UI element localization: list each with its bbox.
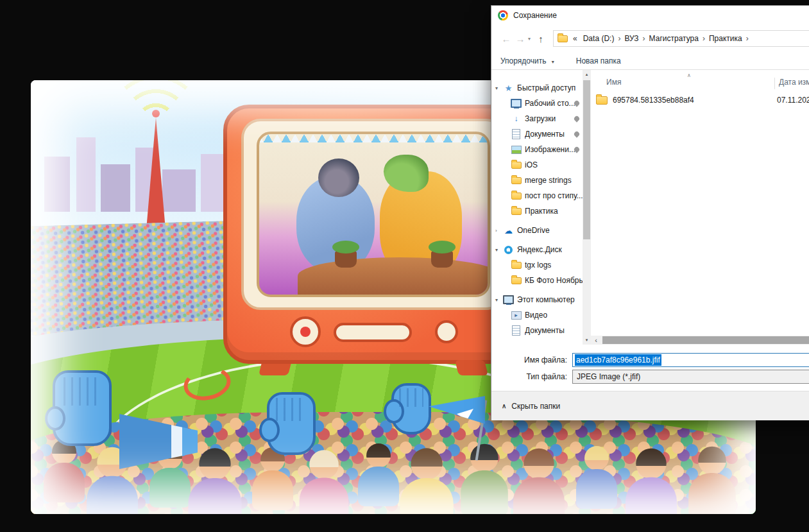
list-header: ∧ Имя Дата изме — [591, 75, 809, 89]
column-header-date[interactable]: Дата изме — [774, 78, 809, 89]
pin-icon — [573, 130, 580, 137]
history-caret-icon[interactable]: ▾ — [528, 36, 531, 42]
scroll-left-icon[interactable]: ‹ — [591, 336, 601, 345]
sort-ascending-icon: ∧ — [687, 73, 691, 78]
up-button[interactable]: ↑ — [534, 33, 548, 44]
caret-down-icon: ▾ — [552, 59, 554, 65]
filename-input[interactable]: aed1cb7af8c96e961b.jfif — [572, 353, 809, 367]
desktop: Сохранение ← → ▾ ↑ « Data (D:) › ВУЗ › М… — [0, 0, 809, 532]
expander-icon[interactable]: ▾ — [495, 297, 503, 303]
filename-label: Имя файла: — [491, 356, 572, 365]
address-bar[interactable]: « Data (D:) › ВУЗ › Магистратура › Практ… — [553, 30, 809, 47]
chevron-up-icon: ∧ — [502, 402, 506, 409]
scrollbar-thumb[interactable] — [583, 80, 590, 239]
sidebar-item-video[interactable]: Видео — [491, 307, 583, 323]
sidebar-item-pictures[interactable]: Изображени... — [491, 142, 583, 157]
folder-icon — [558, 35, 568, 42]
desktop-icon — [511, 98, 522, 108]
dialog-footer: ∧ Скрыть папки — [491, 391, 809, 420]
sidebar-item-quick-access[interactable]: ▾ ★ Быстрый доступ — [491, 80, 583, 96]
onedrive-icon: ☁ — [503, 225, 514, 236]
sidebar-item-downloads[interactable]: ↓ Загрузки — [491, 111, 583, 126]
breadcrumb-item[interactable]: ВУЗ — [621, 34, 642, 43]
tv-knob-right — [435, 320, 458, 343]
command-bar: Упорядочить ▾ Новая папка — [491, 52, 809, 70]
crowd-person — [626, 449, 677, 514]
star-icon: ★ — [503, 83, 514, 93]
file-date: 07.11.2020 — [772, 96, 809, 105]
folder-icon — [596, 96, 608, 105]
document-icon — [511, 129, 522, 139]
sidebar-item-onedrive[interactable]: › ☁ OneDrive — [491, 223, 583, 238]
folder-icon — [511, 260, 522, 270]
navigation-row: ← → ▾ ↑ « Data (D:) › ВУЗ › Магистратура… — [491, 25, 809, 52]
breadcrumb-item[interactable]: Data (D:) — [580, 34, 618, 43]
pin-icon — [573, 115, 580, 122]
expander-icon[interactable]: ▾ — [495, 85, 503, 91]
document-icon — [511, 325, 522, 336]
hide-folders-button[interactable]: ∧ Скрыть папки — [502, 402, 560, 411]
folder-icon — [511, 275, 522, 286]
filetype-select[interactable]: JPEG Image (*.jfif) — [572, 370, 809, 384]
sidebar-item-documents[interactable]: Документы — [491, 126, 583, 142]
hide-folders-label: Скрыть папки — [511, 402, 560, 411]
sidebar-item-kb-foto-noyabr[interactable]: КБ Фото Ноябрь — [491, 273, 583, 288]
sidebar-item-desktop[interactable]: Рабочий сто... — [491, 96, 583, 111]
scroll-down-icon[interactable]: ▾ — [583, 336, 591, 345]
folder-icon — [511, 160, 522, 170]
crowd-person — [358, 443, 399, 506]
antenna-tower — [146, 117, 166, 230]
sidebar-item-tgx-logs[interactable]: tgx logs — [491, 257, 583, 273]
crowd-person — [513, 449, 565, 514]
crowd-person — [461, 444, 508, 514]
crowd-person — [688, 447, 736, 514]
forward-button[interactable]: → — [513, 33, 527, 44]
sidebar-scrollbar[interactable]: ▴ ▾ — [583, 70, 591, 345]
save-dialog: Сохранение ← → ▾ ↑ « Data (D:) › ВУЗ › М… — [491, 5, 809, 420]
dialog-title: Сохранение — [513, 11, 557, 20]
scroll-up-icon[interactable]: ▴ — [583, 70, 591, 79]
filename-selected-text: aed1cb7af8c96e961b.jfif — [575, 354, 661, 366]
sidebar-item-praktika[interactable]: Практика — [491, 203, 583, 219]
crowd-person — [188, 448, 241, 514]
sidebar-item-merge-strings[interactable]: merge strings — [491, 173, 583, 188]
foam-hand — [391, 383, 431, 434]
expander-icon[interactable]: ▾ — [495, 247, 503, 253]
computer-icon — [503, 295, 514, 305]
sidebar-item-documents-2[interactable]: Документы — [491, 323, 583, 338]
foam-hand — [267, 392, 316, 455]
expander-icon[interactable]: › — [495, 228, 503, 234]
dialog-content: ▾ ★ Быстрый доступ Рабочий сто... ↓ Загр… — [491, 70, 809, 345]
scrollbar-thumb[interactable] — [602, 336, 809, 344]
foam-hand — [53, 370, 112, 446]
sidebar-item-this-pc[interactable]: ▾ Этот компьютер — [491, 292, 583, 307]
folder-icon — [511, 191, 522, 201]
retro-tv — [223, 105, 524, 364]
dialog-titlebar[interactable]: Сохранение — [491, 6, 809, 25]
back-button[interactable]: ← — [499, 33, 513, 44]
crowd-person — [400, 448, 453, 514]
folder-icon — [511, 175, 522, 185]
filename-fields: Имя файла: aed1cb7af8c96e961b.jfif Тип ф… — [491, 345, 809, 391]
sidebar-item-ios[interactable]: iOS — [491, 157, 583, 173]
videos-icon — [511, 310, 522, 320]
file-name: 695784.581335eb88af4 — [613, 96, 772, 105]
tv-panel — [241, 119, 506, 310]
sidebar-item-post-pro-stipu[interactable]: пост про стипу... — [491, 188, 583, 203]
filetype-value: JPEG Image (*.jfif) — [577, 372, 640, 381]
tv-screen — [257, 132, 490, 297]
breadcrumb-item[interactable]: Магистратура — [646, 34, 702, 43]
file-row[interactable]: 695784.581335eb88af4 07.11.2020 — [593, 93, 809, 107]
crowd-person — [252, 447, 293, 510]
pictures-icon — [511, 144, 522, 155]
column-header-name[interactable]: Имя — [606, 78, 621, 87]
filetype-label: Тип файла: — [491, 372, 572, 381]
breadcrumb-item[interactable]: Практика — [706, 34, 745, 43]
sidebar-item-yandex-disk[interactable]: ▾ Яндекс.Диск — [491, 242, 583, 257]
new-folder-button[interactable]: Новая папка — [576, 56, 621, 65]
tv-knob-left — [290, 316, 321, 347]
horizontal-scrollbar[interactable]: ‹ — [591, 336, 809, 345]
breadcrumb-overflow[interactable]: « — [570, 34, 580, 43]
chevron-right-icon[interactable]: › — [745, 34, 749, 43]
organize-button[interactable]: Упорядочить ▾ — [500, 56, 554, 65]
